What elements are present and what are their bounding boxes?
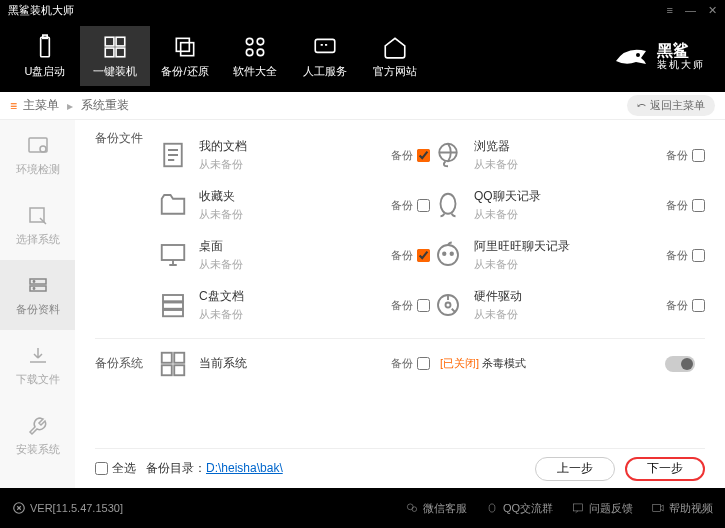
svg-rect-29 [163,303,183,309]
item-title: 硬件驱动 [474,288,666,305]
backup-checkbox[interactable]: 备份 [391,298,430,313]
backup-item: 收藏夹从未备份 备份 [155,180,430,230]
nav-software[interactable]: 软件大全 [220,26,290,86]
svg-point-10 [246,49,253,55]
sidebar-label: 备份资料 [16,302,60,317]
svg-rect-17 [30,279,46,284]
svg-point-11 [257,49,264,55]
svg-point-40 [489,504,495,512]
nav-label: U盘启动 [25,64,66,79]
list-icon: ≡ [10,99,17,113]
menu-icon[interactable]: ≡ [667,4,673,17]
sidebar-install[interactable]: 安装系统 [0,400,75,470]
backup-item: QQ聊天记录从未备份 备份 [430,180,705,230]
windows-icon [155,346,191,382]
svg-rect-6 [176,38,189,51]
select-all[interactable]: 全选 [95,460,136,477]
svg-rect-34 [174,352,184,362]
virus-toggle[interactable] [665,356,695,372]
item-title: QQ聊天记录 [474,188,666,205]
svg-rect-2 [105,37,114,46]
qq-small-icon [485,501,499,515]
app-title: 黑鲨装机大师 [8,3,74,18]
return-button[interactable]: ⤺ 返回主菜单 [627,95,715,116]
svg-point-27 [451,253,454,256]
backup-checkbox[interactable]: 备份 [391,148,430,163]
return-icon: ⤺ [637,99,646,112]
svg-rect-36 [174,365,184,375]
nav-label: 备份/还原 [161,64,208,79]
nav-usb[interactable]: U盘启动 [10,26,80,86]
backup-checkbox[interactable]: 备份 [666,298,705,313]
item-title: 我的文档 [199,138,391,155]
folder-icon [155,187,191,223]
nav-label: 人工服务 [303,64,347,79]
help-link[interactable]: 帮助视频 [651,501,713,516]
wangwang-icon [430,237,466,273]
nav-install[interactable]: 一键装机 [80,26,150,86]
sidebar-label: 环境检测 [16,162,60,177]
item-sub: 从未备份 [474,207,666,222]
feedback-icon [571,501,585,515]
backup-dir-link[interactable]: D:\heisha\bak\ [206,461,283,475]
feedback-link[interactable]: 问题反馈 [571,501,633,516]
breadcrumb-root[interactable]: 主菜单 [23,97,59,114]
svg-rect-4 [105,48,114,57]
item-sub: 从未备份 [199,307,391,322]
nav-service[interactable]: 人工服务 [290,26,360,86]
svg-point-39 [412,507,417,512]
backup-checkbox[interactable]: 备份 [391,198,430,213]
item-title: C盘文档 [199,288,391,305]
item-title: 桌面 [199,238,391,255]
svg-rect-30 [163,310,183,316]
backup-checkbox[interactable]: 备份 [666,148,705,163]
sidebar-select[interactable]: 选择系统 [0,190,75,260]
chevron-right-icon: ▸ [67,99,73,113]
item-sub: 从未备份 [199,157,391,172]
minimize-icon[interactable]: — [685,4,696,17]
nav-backup[interactable]: 备份/还原 [150,26,220,86]
server-icon [155,287,191,323]
virus-mode: [已关闭] 杀毒模式 [430,356,705,372]
backup-system-item: 当前系统 备份 [155,339,430,389]
top-nav: U盘启动 一键装机 备份/还原 软件大全 人工服务 官方网站 黑鲨 装机大师 [0,20,725,92]
item-sub: 从未备份 [474,157,666,172]
wechat-link[interactable]: 微信客服 [405,501,467,516]
brand-logo: 黑鲨 装机大师 [611,36,715,76]
item-title: 当前系统 [199,355,391,372]
qq-icon [430,187,466,223]
sidebar-label: 下载文件 [16,372,60,387]
backup-checkbox[interactable]: 备份 [391,356,430,371]
document-icon [155,137,191,173]
sidebar-backup[interactable]: 备份资料 [0,260,75,330]
svg-rect-42 [653,505,661,512]
svg-point-20 [33,287,34,288]
svg-point-13 [636,53,640,57]
backup-checkbox[interactable]: 备份 [391,248,430,263]
nav-label: 软件大全 [233,64,277,79]
sidebar: 环境检测 选择系统 备份资料 下载文件 安装系统 [0,120,75,488]
svg-rect-7 [181,42,194,55]
next-button[interactable]: 下一步 [625,457,705,481]
svg-point-32 [446,303,451,308]
backup-checkbox[interactable]: 备份 [666,198,705,213]
item-sub: 从未备份 [474,257,666,272]
nav-website[interactable]: 官方网站 [360,26,430,86]
section-system-label: 备份系统 [95,355,155,372]
svg-point-25 [438,245,458,265]
backup-checkbox[interactable]: 备份 [666,248,705,263]
section-files-label: 备份文件 [95,130,155,147]
svg-rect-0 [41,37,50,57]
prev-button[interactable]: 上一步 [535,457,615,481]
sidebar-env[interactable]: 环境检测 [0,120,75,190]
sidebar-download[interactable]: 下载文件 [0,330,75,400]
svg-rect-3 [116,37,125,46]
qq-link[interactable]: QQ交流群 [485,501,553,516]
backup-item: C盘文档从未备份 备份 [155,280,430,330]
svg-rect-33 [162,352,172,362]
breadcrumb: ≡ 主菜单 ▸ 系统重装 ⤺ 返回主菜单 [0,92,725,120]
brand-sub: 装机大师 [657,59,705,70]
close-icon[interactable]: ✕ [708,4,717,17]
svg-rect-28 [163,295,183,301]
desktop-icon [155,237,191,273]
